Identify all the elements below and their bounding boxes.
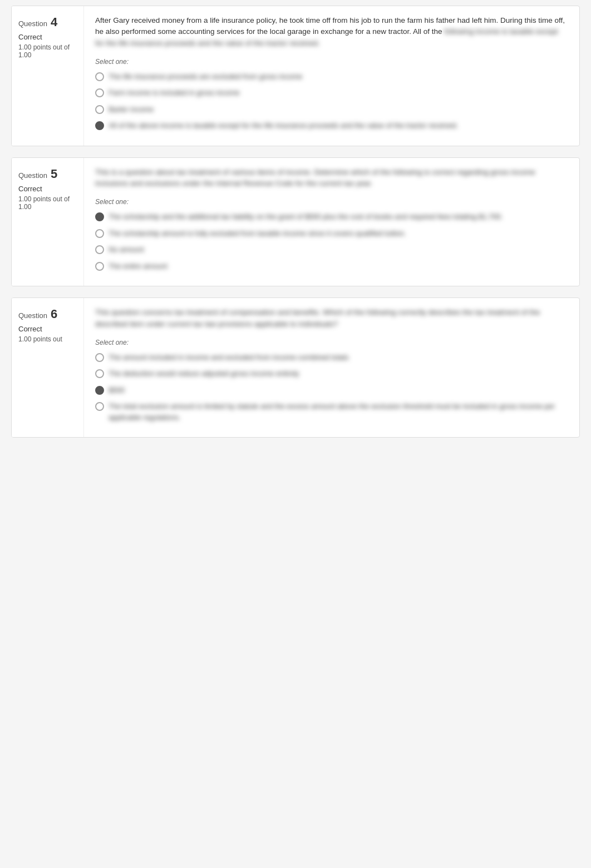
question-6-option-b[interactable]: The deduction would reduce adjusted gros… (95, 368, 568, 379)
question-5-option-d[interactable]: The entire amount (95, 261, 568, 272)
question-4-sidebar: Question 4 Correct 1.00 points out of 1.… (12, 6, 84, 146)
question-6-options: The amount included in income and exclud… (95, 352, 568, 423)
question-6-option-a-text: The amount included in income and exclud… (109, 352, 348, 363)
question-block-5: Question 5 Correct 1.00 points out of 1.… (11, 157, 580, 287)
question-4-radio-a[interactable] (95, 72, 104, 81)
question-4-text-blurred: following income is taxable except for t… (95, 27, 558, 47)
question-6-text: This question concerns tax treatment of … (95, 307, 568, 330)
question-4-points: 1.00 points out of 1.00 (18, 43, 77, 59)
question-6-radio-d[interactable] (95, 402, 104, 411)
question-4-radio-b[interactable] (95, 88, 104, 97)
question-6-number: 6 (51, 307, 57, 321)
question-6-radio-a[interactable] (95, 353, 104, 362)
question-4-content: After Gary received money from a life in… (84, 6, 579, 146)
question-4-radio-c[interactable] (95, 105, 104, 114)
question-6-label: Question (18, 311, 47, 320)
question-5-sidebar: Question 5 Correct 1.00 points out of 1.… (12, 158, 84, 286)
question-4-options: The life insurance proceeds are excluded… (95, 71, 568, 131)
question-4-radio-d[interactable] (95, 121, 104, 130)
question-6-radio-c[interactable] (95, 386, 104, 395)
question-5-option-b-text: The scholarship amount is fully excluded… (109, 228, 406, 239)
question-6-option-c[interactable]: $500 (95, 385, 568, 396)
question-5-option-c[interactable]: No amount (95, 244, 568, 255)
question-5-content: This is a question about tax treatment o… (84, 158, 579, 286)
question-6-option-d[interactable]: The total exclusion amount is limited by… (95, 401, 568, 423)
question-4-option-b[interactable]: Farm income is included in gross income (95, 87, 568, 98)
page-container: Question 4 Correct 1.00 points out of 1.… (0, 0, 591, 454)
question-4-option-a[interactable]: The life insurance proceeds are excluded… (95, 71, 568, 82)
question-5-number: 5 (51, 167, 57, 181)
question-5-option-d-text: The entire amount (109, 261, 168, 272)
question-5-radio-d[interactable] (95, 262, 104, 271)
question-4-option-d[interactable]: All of the above income is taxable excep… (95, 120, 568, 131)
question-5-radio-a[interactable] (95, 212, 104, 221)
question-6-radio-b[interactable] (95, 369, 104, 378)
question-6-option-d-text: The total exclusion amount is limited by… (109, 401, 568, 423)
question-5-option-a-text: The scholarship and the additional tax l… (109, 211, 503, 222)
question-4-option-b-text: Farm income is included in gross income (109, 87, 240, 98)
question-4-answer-label: Select one: (95, 58, 568, 66)
question-5-label: Question (18, 171, 47, 180)
question-4-option-a-text: The life insurance proceeds are excluded… (109, 71, 302, 82)
question-6-status: Correct (18, 325, 77, 333)
question-6-sidebar: Question 6 Correct 1.00 points out (12, 298, 84, 437)
question-6-answer-label: Select one: (95, 339, 568, 346)
question-5-option-a[interactable]: The scholarship and the additional tax l… (95, 211, 568, 222)
question-5-option-b[interactable]: The scholarship amount is fully excluded… (95, 228, 568, 239)
question-5-status: Correct (18, 185, 77, 193)
question-6-option-b-text: The deduction would reduce adjusted gros… (109, 368, 299, 379)
question-4-option-c-text: Barter income (109, 104, 154, 115)
question-5-option-c-text: No amount (109, 244, 144, 255)
question-5-answer-label: Select one: (95, 198, 568, 206)
question-block-4: Question 4 Correct 1.00 points out of 1.… (11, 6, 580, 146)
question-6-content: This question concerns tax treatment of … (84, 298, 579, 437)
question-5-points: 1.00 points out of 1.00 (18, 195, 77, 211)
question-4-label: Question (18, 19, 47, 28)
question-4-text: After Gary received money from a life in… (95, 15, 568, 49)
question-4-number: 4 (51, 15, 57, 29)
question-5-radio-c[interactable] (95, 245, 104, 254)
question-5-radio-b[interactable] (95, 229, 104, 238)
question-6-option-c-text: $500 (109, 385, 125, 396)
question-6-points: 1.00 points out (18, 335, 77, 343)
question-4-option-c[interactable]: Barter income (95, 104, 568, 115)
question-5-text: This is a question about tax treatment o… (95, 167, 568, 190)
question-6-option-a[interactable]: The amount included in income and exclud… (95, 352, 568, 363)
question-block-6: Question 6 Correct 1.00 points out This … (11, 297, 580, 438)
question-4-status: Correct (18, 33, 77, 41)
question-5-options: The scholarship and the additional tax l… (95, 211, 568, 271)
question-4-option-d-text: All of the above income is taxable excep… (109, 120, 458, 131)
